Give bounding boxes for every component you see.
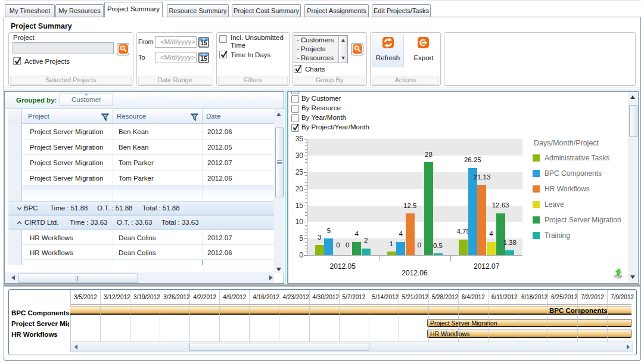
svg-text:15: 15 [200,39,207,46]
svg-text:15: 15 [200,55,207,62]
